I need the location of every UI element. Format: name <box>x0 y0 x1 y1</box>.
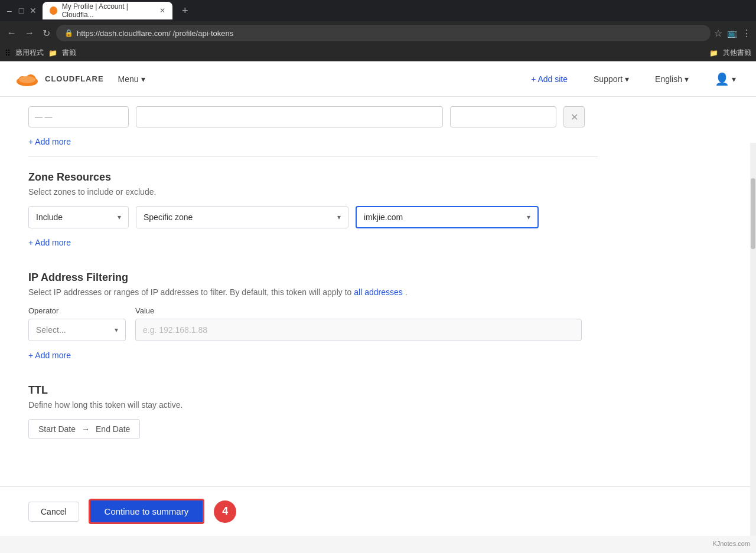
ip-filtering-desc: Select IP addresses or ranges of IP addr… <box>28 287 598 297</box>
ttl-title: TTL <box>28 384 598 397</box>
tab-favicon <box>50 6 57 15</box>
zone-value: Specific zone <box>144 212 193 222</box>
ttl-arrow-icon: → <box>82 424 90 434</box>
value-label: Value <box>135 306 582 315</box>
add-site-button[interactable]: + Add site <box>525 71 573 87</box>
partial-select-1[interactable]: — — <box>28 106 129 127</box>
cloudflare-logo-icon <box>14 71 40 87</box>
window-controls[interactable]: – □ ✕ <box>5 6 38 15</box>
operator-placeholder: Select... <box>36 325 66 335</box>
ip-filtering-title: IP Address Filtering <box>28 271 598 284</box>
bookmark-bookmarks[interactable]: 書籤 <box>62 48 76 58</box>
value-field: Value e.g. 192.168.1.88 <box>135 306 582 341</box>
bookmark-other-label: 其他書籤 <box>723 48 751 58</box>
include-select[interactable]: Include ▾ <box>28 206 129 228</box>
titlebar: – □ ✕ My Profile | Account | Cloudfla...… <box>0 0 756 21</box>
cf-logo: CLOUDFLARE <box>14 71 104 87</box>
menu-chevron-icon: ▾ <box>141 74 145 84</box>
start-date-label: Start Date <box>38 424 76 434</box>
ip-add-more[interactable]: + Add more <box>28 351 71 360</box>
address-icons: ☆ 📺 ⋮ <box>714 28 751 39</box>
ttl-desc: Define how long this token will stay act… <box>28 400 598 410</box>
main-content: — — ✕ + Add more Zone Resources Select z… <box>0 97 626 486</box>
ttl-section: TTL Define how long this token will stay… <box>28 384 598 439</box>
browser-tab[interactable]: My Profile | Account | Cloudfla... ✕ <box>43 2 172 19</box>
partial-delete-button[interactable]: ✕ <box>563 106 585 127</box>
add-more-top[interactable]: + Add more <box>28 137 71 146</box>
continue-to-summary-button[interactable]: Continue to summary <box>89 499 205 524</box>
bookmark-other[interactable]: 其他書籤 <box>723 48 751 58</box>
ip-filtering-section: IP Address Filtering Select IP addresses… <box>28 271 598 361</box>
scrollbar-thumb[interactable] <box>751 178 755 249</box>
ip-value-placeholder: e.g. 192.168.1.88 <box>143 325 207 335</box>
ttl-date-button[interactable]: Start Date → End Date <box>28 419 140 439</box>
cancel-button[interactable]: Cancel <box>28 502 79 522</box>
refresh-button[interactable]: ↻ <box>40 25 53 41</box>
zone-fields-row: Include ▾ Specific zone ▾ imkjie.com ▾ <box>28 206 598 228</box>
address-bar: ← → ↻ 🔒 https://dash.cloudflare.com/ /pr… <box>0 21 756 45</box>
specific-zone-select[interactable]: Specific zone ▾ <box>136 206 348 228</box>
cf-menu-button[interactable]: Menu ▾ <box>118 74 145 84</box>
zone-chevron-icon: ▾ <box>337 213 341 221</box>
end-date-label: End Date <box>96 424 130 434</box>
menu-dots-icon[interactable]: ⋮ <box>742 28 751 39</box>
lang-chevron-icon: ▾ <box>685 74 689 84</box>
support-button[interactable]: Support ▾ <box>588 71 635 87</box>
bookmark-apps[interactable]: 應用程式 <box>15 48 44 58</box>
operator-chevron-icon: ▾ <box>115 326 118 334</box>
language-button[interactable]: English ▾ <box>649 71 695 87</box>
cf-navbar: CLOUDFLARE Menu ▾ + Add site Support ▾ E… <box>0 61 756 97</box>
back-button[interactable]: ← <box>5 25 19 41</box>
bookmarks-bar: ⠿ 應用程式 📁 書籤 📁 其他書籤 <box>0 45 756 61</box>
top-partial-fields: — — ✕ + Add more <box>28 97 598 147</box>
include-chevron-icon: ▾ <box>118 213 121 221</box>
step-badge: 4 <box>214 500 236 523</box>
ip-value-input[interactable]: e.g. 192.168.1.88 <box>135 319 582 341</box>
url-input[interactable]: 🔒 https://dash.cloudflare.com/ /profile/… <box>56 25 711 41</box>
support-chevron-icon: ▾ <box>625 74 629 84</box>
ttl-date-row: Start Date → End Date <box>28 419 598 439</box>
maximize-button[interactable]: □ <box>17 6 26 15</box>
scrollbar-track[interactable] <box>750 143 756 536</box>
zone-resources-desc: Select zones to include or exclude. <box>28 187 598 197</box>
bookmark-apps-label: 應用程式 <box>15 48 44 58</box>
include-value: Include <box>36 212 63 222</box>
bookmark-star-icon[interactable]: ☆ <box>714 28 722 39</box>
url-text: https://dash.cloudflare.com/ /profile/ap… <box>77 29 233 38</box>
user-button[interactable]: 👤 ▾ <box>709 68 742 90</box>
domain-select[interactable]: imkjie.com ▾ <box>356 206 539 228</box>
new-tab-button[interactable]: + <box>177 2 193 19</box>
minimize-button[interactable]: – <box>5 6 14 15</box>
zone-add-more[interactable]: + Add more <box>28 238 71 247</box>
zone-resources-section: Zone Resources Select zones to include o… <box>28 171 598 248</box>
tab-title: My Profile | Account | Cloudfla... <box>62 2 152 19</box>
cast-icon[interactable]: 📺 <box>727 28 737 38</box>
user-icon: 👤 <box>715 72 729 86</box>
zone-resources-title: Zone Resources <box>28 171 598 184</box>
domain-value: imkjie.com <box>364 212 403 222</box>
operator-field: Operator Select... ▾ <box>28 306 126 341</box>
svg-point-3 <box>19 76 35 83</box>
tab-close-icon[interactable]: ✕ <box>159 6 165 15</box>
section-divider-1 <box>28 156 598 157</box>
user-chevron-icon: ▾ <box>732 74 736 84</box>
partial-select-2[interactable] <box>136 106 443 127</box>
ip-filtering-link[interactable]: all addresses <box>354 287 403 297</box>
delete-icon: ✕ <box>571 112 578 123</box>
partial-select-3[interactable] <box>450 106 556 127</box>
partial-fields-row: — — ✕ <box>28 106 598 127</box>
cf-footer: Cancel Continue to summary 4 <box>0 486 756 536</box>
cf-menu-label: Menu <box>118 74 139 84</box>
cf-logo-text: CLOUDFLARE <box>45 74 104 83</box>
operator-label: Operator <box>28 306 126 315</box>
operator-select[interactable]: Select... ▾ <box>28 319 126 341</box>
forward-button[interactable]: → <box>22 25 37 41</box>
bookmark-label: 書籤 <box>62 48 76 58</box>
close-button[interactable]: ✕ <box>28 6 38 15</box>
domain-chevron-icon: ▾ <box>527 213 530 221</box>
apps-icon[interactable]: ⠿ <box>5 48 11 58</box>
ip-fields-row: Operator Select... ▾ Value e.g. 192.168.… <box>28 306 598 341</box>
